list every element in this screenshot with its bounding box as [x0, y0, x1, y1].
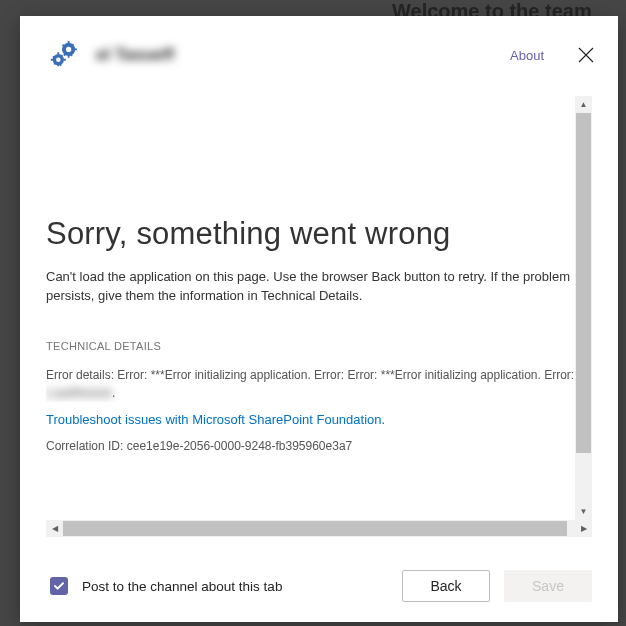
- content-area: Sorry, something went wrong Can't load t…: [46, 96, 592, 546]
- scrollbar-thumb-h[interactable]: [63, 521, 567, 536]
- technical-details-heading: TECHNICAL DETAILS: [46, 340, 575, 352]
- scroll-down-icon[interactable]: ▼: [575, 503, 592, 520]
- scrollbar-track[interactable]: [575, 113, 592, 503]
- close-button[interactable]: [578, 47, 594, 63]
- horizontal-scrollbar[interactable]: ◀ ▶: [46, 520, 592, 537]
- save-button: Save: [504, 570, 592, 602]
- app-title: el Tasueff: [96, 45, 492, 65]
- post-to-channel-checkbox[interactable]: [50, 577, 68, 595]
- scroll-up-icon[interactable]: ▲: [575, 96, 592, 113]
- error-page: Sorry, something went wrong Can't load t…: [46, 96, 575, 529]
- scrollbar-thumb[interactable]: [576, 113, 591, 453]
- scroll-right-icon[interactable]: ▶: [575, 520, 592, 537]
- dialog-footer: Post to the channel about this tab Back …: [20, 556, 618, 622]
- dialog-header: el Tasueff About: [20, 16, 618, 78]
- error-heading: Sorry, something went wrong: [46, 216, 575, 252]
- technical-details-text: Error details: Error: ***Error initializ…: [46, 366, 575, 402]
- vertical-scrollbar[interactable]: ▲ ▼: [575, 96, 592, 520]
- tab-config-dialog: el Tasueff About Sorry, something went w…: [20, 16, 618, 622]
- background: Welcome to the team el Tasueff About Sor…: [0, 0, 626, 626]
- app-gears-icon: [48, 40, 78, 70]
- back-button[interactable]: Back: [402, 570, 490, 602]
- troubleshoot-link[interactable]: Troubleshoot issues with Microsoft Share…: [46, 412, 575, 427]
- error-message: Can't load the application on this page.…: [46, 268, 575, 306]
- correlation-id: Correlation ID: cee1e19e-2056-0000-9248-…: [46, 439, 575, 453]
- scroll-left-icon[interactable]: ◀: [46, 520, 63, 537]
- scrollbar-track-h[interactable]: [63, 520, 575, 537]
- about-link[interactable]: About: [510, 48, 544, 63]
- post-to-channel-label: Post to the channel about this tab: [82, 579, 388, 594]
